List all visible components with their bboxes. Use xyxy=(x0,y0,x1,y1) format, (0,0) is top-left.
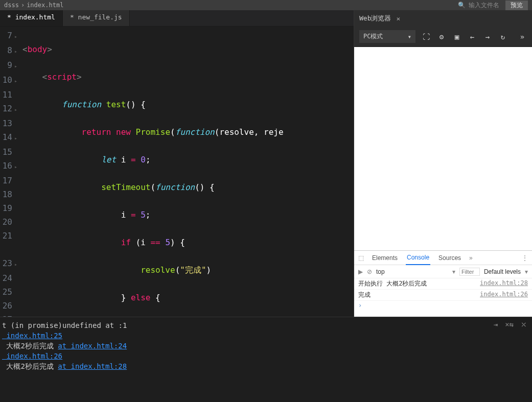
devtools-menu-icon[interactable]: ⋮ xyxy=(522,254,528,262)
search-icon: 🔍 xyxy=(458,2,466,9)
inspect-icon[interactable]: ⛶ xyxy=(422,32,431,41)
chevron-down-icon: ▾ xyxy=(408,33,411,40)
clear-console-icon[interactable]: ⊘ xyxy=(367,268,372,275)
context-select[interactable]: top xyxy=(376,268,448,275)
preview-button[interactable]: 预览 xyxy=(505,1,528,10)
output-panel[interactable]: ⇥ ×⇆ ⤬ t (in promise)undefined at :1 ind… xyxy=(0,317,532,402)
more-icon[interactable]: » xyxy=(518,32,527,41)
output-line: 大概2秒后完成 at index.html:24 xyxy=(2,341,530,351)
refresh-icon[interactable]: ↻ xyxy=(498,32,507,41)
browser-mode-select[interactable]: PC模式 ▾ xyxy=(359,30,415,43)
devtools-tab-sources[interactable]: Sources xyxy=(437,251,462,265)
devtools-tab-elements[interactable]: Elements xyxy=(371,251,399,265)
browser-panel-header: Web浏览器 × xyxy=(354,10,532,27)
more-tabs-icon[interactable]: » xyxy=(469,254,473,262)
console-row: 开始执行 大概2秒后完成 index.html:28 xyxy=(354,278,532,290)
browser-title: Web浏览器 xyxy=(359,14,391,23)
browser-viewport[interactable] xyxy=(354,47,532,250)
export-icon[interactable]: ⇥ xyxy=(494,320,498,328)
gear-icon[interactable]: ⚙ xyxy=(437,32,446,41)
output-link[interactable]: index.html:26 xyxy=(2,352,62,360)
inspect-element-icon[interactable]: ⬚ xyxy=(358,254,364,262)
source-link[interactable]: index.html:28 xyxy=(480,279,528,288)
filter-input[interactable] xyxy=(459,268,480,276)
eye-icon[interactable]: ▶ xyxy=(358,268,363,275)
levels-select[interactable]: Default levels xyxy=(484,268,521,275)
source-link[interactable]: index.html:26 xyxy=(480,291,528,299)
console-log[interactable]: 开始执行 大概2秒后完成 index.html:28 完成 index.html… xyxy=(354,278,532,317)
code-content[interactable]: <body> <script> function test() { return… xyxy=(20,27,354,317)
output-line: 大概2秒后完成 at index.html:28 xyxy=(2,361,530,371)
browser-toolbar: PC模式 ▾ ⛶ ⚙ ▣ ← → ↻ » xyxy=(354,27,532,47)
output-line: index.html:25 xyxy=(2,330,530,341)
output-line: t (in promise)undefined at :1 xyxy=(2,320,530,330)
forward-icon[interactable]: → xyxy=(483,32,492,41)
swap-icon[interactable]: ⤬ xyxy=(521,320,527,328)
output-line: index.html:26 xyxy=(2,351,530,361)
top-bar: dsss › index.html 🔍 输入文件名 预览 xyxy=(0,0,532,10)
breadcrumb[interactable]: dsss xyxy=(4,2,19,9)
devtools: ⬚ Elements Console Sources » ⋮ ▶ ⊘ top ▾… xyxy=(354,250,532,317)
console-icon[interactable]: ▣ xyxy=(452,32,461,41)
file-search[interactable]: 🔍 输入文件名 xyxy=(458,1,499,10)
console-row: 完成 index.html:26 xyxy=(354,290,532,301)
back-icon[interactable]: ← xyxy=(468,32,477,41)
console-prompt[interactable]: › xyxy=(354,301,532,310)
output-link[interactable]: at index.html:24 xyxy=(58,342,127,350)
breadcrumb[interactable]: index.html xyxy=(27,2,63,9)
editor-tabs: * index.html * new_file.js xyxy=(0,10,354,27)
collapse-icon[interactable]: ×⇆ xyxy=(505,320,514,328)
output-link[interactable]: index.html:25 xyxy=(2,332,62,340)
devtools-tab-console[interactable]: Console xyxy=(406,251,430,265)
code-editor[interactable]: 7▸ 8▸ 9▸ 10▸ 11 12▸ 13 14▸ 15 16▸ 17 18 … xyxy=(0,27,354,317)
tab-new-file-js[interactable]: * new_file.js xyxy=(63,10,130,26)
close-icon[interactable]: × xyxy=(396,15,400,22)
line-gutter: 7▸ 8▸ 9▸ 10▸ 11 12▸ 13 14▸ 15 16▸ 17 18 … xyxy=(0,27,20,317)
tab-index-html[interactable]: * index.html xyxy=(0,10,63,26)
output-link[interactable]: at index.html:28 xyxy=(58,362,127,370)
